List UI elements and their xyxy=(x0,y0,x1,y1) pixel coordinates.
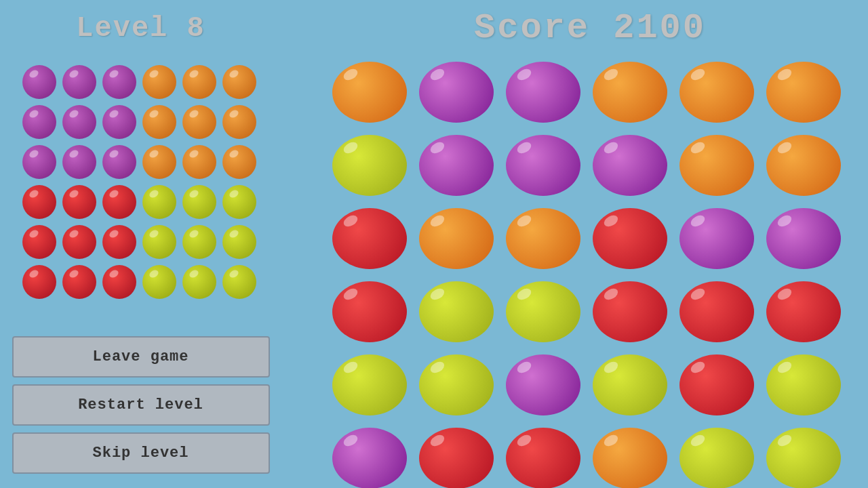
main-gem[interactable] xyxy=(332,208,407,269)
main-gem[interactable] xyxy=(593,428,667,488)
leave-game-button[interactable]: Leave game xyxy=(12,336,270,378)
mini-gem[interactable] xyxy=(222,65,256,99)
main-gem[interactable] xyxy=(419,62,494,123)
main-gem[interactable] xyxy=(679,208,754,269)
mini-gem[interactable] xyxy=(62,185,96,219)
mini-gem[interactable] xyxy=(102,225,136,259)
main-gem[interactable] xyxy=(679,281,754,342)
mini-gem[interactable] xyxy=(142,225,176,259)
main-gem[interactable] xyxy=(332,62,407,123)
main-gem[interactable] xyxy=(506,354,580,415)
mini-gem[interactable] xyxy=(102,65,136,99)
buttons-area: Leave game Restart level Skip level xyxy=(12,336,270,474)
mini-gem[interactable] xyxy=(22,265,56,299)
mini-gem[interactable] xyxy=(142,105,176,139)
main-gem[interactable] xyxy=(766,354,841,415)
main-gem[interactable] xyxy=(766,62,841,123)
main-gem[interactable] xyxy=(506,281,580,342)
mini-gem[interactable] xyxy=(22,225,56,259)
mini-gem[interactable] xyxy=(182,265,216,299)
mini-gem[interactable] xyxy=(62,265,96,299)
left-panel: Level 8 xyxy=(0,0,281,488)
mini-gem[interactable] xyxy=(182,105,216,139)
main-gem[interactable] xyxy=(419,354,494,415)
main-gem[interactable] xyxy=(679,135,754,196)
level-title: Level 8 xyxy=(76,12,205,45)
main-gem[interactable] xyxy=(506,135,580,196)
main-gem[interactable] xyxy=(679,354,754,415)
main-gem[interactable] xyxy=(506,62,580,123)
main-gem[interactable] xyxy=(593,354,667,415)
main-gem[interactable] xyxy=(679,428,754,488)
main-gem[interactable] xyxy=(332,281,407,342)
mini-gem[interactable] xyxy=(142,145,176,179)
mini-gem[interactable] xyxy=(22,65,56,99)
mini-gem[interactable] xyxy=(22,145,56,179)
mini-gem[interactable] xyxy=(142,185,176,219)
main-gem[interactable] xyxy=(332,135,407,196)
mini-gem[interactable] xyxy=(102,105,136,139)
main-gem[interactable] xyxy=(332,428,407,488)
mini-gem[interactable] xyxy=(62,105,96,139)
right-panel: Score 2100 xyxy=(312,0,868,488)
mini-gem[interactable] xyxy=(222,145,256,179)
mini-gem[interactable] xyxy=(102,185,136,219)
mini-gem[interactable] xyxy=(222,265,256,299)
mini-gem[interactable] xyxy=(182,145,216,179)
skip-level-button[interactable]: Skip level xyxy=(12,432,270,474)
main-gem[interactable] xyxy=(506,428,580,488)
main-gem[interactable] xyxy=(419,428,494,488)
mini-gem[interactable] xyxy=(142,65,176,99)
main-gem[interactable] xyxy=(419,208,494,269)
main-gem[interactable] xyxy=(593,135,667,196)
main-gem[interactable] xyxy=(419,281,494,342)
main-gem[interactable] xyxy=(766,135,841,196)
main-gem[interactable] xyxy=(766,208,841,269)
restart-level-button[interactable]: Restart level xyxy=(12,384,270,426)
main-gem[interactable] xyxy=(593,62,667,123)
mini-gem[interactable] xyxy=(222,105,256,139)
main-gem[interactable] xyxy=(419,135,494,196)
main-gem[interactable] xyxy=(593,281,667,342)
main-gem[interactable] xyxy=(766,281,841,342)
mini-gem[interactable] xyxy=(62,65,96,99)
mini-gem[interactable] xyxy=(22,105,56,139)
mini-gem[interactable] xyxy=(22,185,56,219)
score-title: Score 2100 xyxy=(474,8,706,48)
mini-grid xyxy=(22,65,260,302)
mini-gem[interactable] xyxy=(222,185,256,219)
mini-gem[interactable] xyxy=(62,145,96,179)
main-gem[interactable] xyxy=(679,62,754,123)
main-gem[interactable] xyxy=(766,428,841,488)
mini-gem[interactable] xyxy=(222,225,256,259)
main-grid xyxy=(332,62,848,488)
mini-gem[interactable] xyxy=(102,265,136,299)
main-gem[interactable] xyxy=(506,208,580,269)
main-gem[interactable] xyxy=(593,208,667,269)
mini-gem[interactable] xyxy=(182,185,216,219)
mini-gem[interactable] xyxy=(182,225,216,259)
mini-gem[interactable] xyxy=(142,265,176,299)
mini-gem[interactable] xyxy=(102,145,136,179)
mini-gem[interactable] xyxy=(62,225,96,259)
mini-gem[interactable] xyxy=(182,65,216,99)
main-gem[interactable] xyxy=(332,354,407,415)
